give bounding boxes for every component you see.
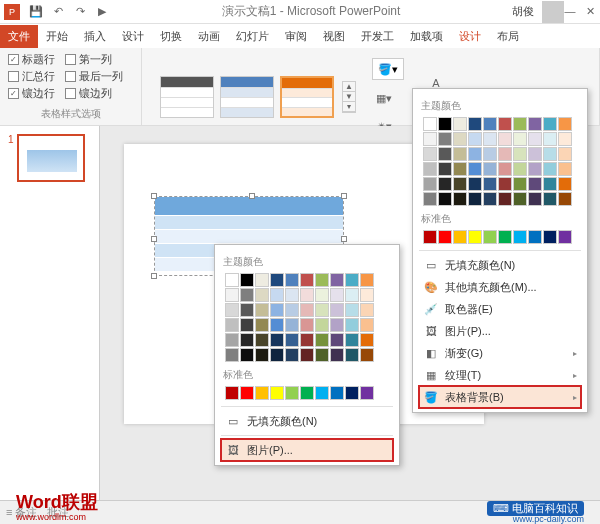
color-swatch[interactable] [498,162,512,176]
color-swatch[interactable] [225,318,239,332]
tab-design[interactable]: 设计 [114,25,152,48]
color-swatch[interactable] [558,117,572,131]
color-swatch[interactable] [453,177,467,191]
table-style-3[interactable] [280,76,334,118]
color-swatch[interactable] [453,132,467,146]
color-swatch[interactable] [360,333,374,347]
tab-slideshow[interactable]: 幻灯片 [228,25,277,48]
color-swatch[interactable] [423,147,437,161]
tab-insert[interactable]: 插入 [76,25,114,48]
color-swatch[interactable] [483,162,497,176]
color-swatch[interactable] [468,177,482,191]
color-swatch[interactable] [300,318,314,332]
color-swatch[interactable] [270,386,284,400]
color-swatch[interactable] [300,386,314,400]
color-swatch[interactable] [543,162,557,176]
color-swatch[interactable] [255,303,269,317]
color-swatch[interactable] [315,318,329,332]
texture-item[interactable]: ▦纹理(T)▸ [419,364,581,386]
color-swatch[interactable] [255,333,269,347]
color-swatch[interactable] [285,273,299,287]
color-swatch[interactable] [483,132,497,146]
color-swatch[interactable] [528,117,542,131]
tab-file[interactable]: 文件 [0,25,38,48]
table-style-1[interactable] [160,76,214,118]
color-swatch[interactable] [315,273,329,287]
color-swatch[interactable] [225,386,239,400]
color-swatch[interactable] [360,303,374,317]
color-swatch[interactable] [270,348,284,362]
color-swatch[interactable] [360,386,374,400]
last-col-checkbox[interactable]: 最后一列 [65,69,123,84]
table-style-2[interactable] [220,76,274,118]
color-swatch[interactable] [423,192,437,206]
color-swatch[interactable] [240,386,254,400]
color-swatch[interactable] [483,230,497,244]
tab-animation[interactable]: 动画 [190,25,228,48]
no-fill-item[interactable]: ▭无填充颜色(N) [419,254,581,276]
color-swatch[interactable] [438,230,452,244]
color-swatch[interactable] [558,132,572,146]
tab-home[interactable]: 开始 [38,25,76,48]
color-swatch[interactable] [330,348,344,362]
color-swatch[interactable] [345,288,359,302]
color-swatch[interactable] [498,230,512,244]
color-swatch[interactable] [543,147,557,161]
color-swatch[interactable] [438,162,452,176]
color-swatch[interactable] [528,162,542,176]
color-swatch[interactable] [513,162,527,176]
color-swatch[interactable] [315,303,329,317]
close-button[interactable]: ✕ [584,5,596,18]
color-swatch[interactable] [423,162,437,176]
color-swatch[interactable] [345,273,359,287]
color-swatch[interactable] [438,147,452,161]
color-swatch[interactable] [528,132,542,146]
total-row-checkbox[interactable]: 汇总行 [8,69,55,84]
color-swatch[interactable] [453,230,467,244]
user-avatar[interactable] [542,1,564,23]
color-swatch[interactable] [315,386,329,400]
color-swatch[interactable] [315,348,329,362]
color-swatch[interactable] [558,192,572,206]
color-swatch[interactable] [330,303,344,317]
color-swatch[interactable] [423,132,437,146]
color-swatch[interactable] [285,333,299,347]
color-swatch[interactable] [285,348,299,362]
picture-item-sub[interactable]: 🖼图片(P)... [221,439,393,461]
color-swatch[interactable] [270,303,284,317]
gradient-item[interactable]: ◧渐变(G)▸ [419,342,581,364]
color-swatch[interactable] [240,273,254,287]
minimize-button[interactable]: — [564,5,576,18]
gallery-more-icon[interactable]: ▾ [343,102,355,112]
color-swatch[interactable] [285,386,299,400]
color-swatch[interactable] [528,177,542,191]
color-swatch[interactable] [360,348,374,362]
no-fill-item-sub[interactable]: ▭无填充颜色(N) [221,410,393,432]
color-swatch[interactable] [513,230,527,244]
color-swatch[interactable] [225,273,239,287]
color-swatch[interactable] [330,318,344,332]
color-swatch[interactable] [483,192,497,206]
header-row-checkbox[interactable]: ✓标题行 [8,52,55,67]
color-swatch[interactable] [270,333,284,347]
color-swatch[interactable] [240,288,254,302]
color-swatch[interactable] [513,177,527,191]
more-colors-item[interactable]: 🎨其他填充颜色(M)... [419,276,581,298]
color-swatch[interactable] [360,288,374,302]
color-swatch[interactable] [285,303,299,317]
tab-table-design[interactable]: 设计 [451,25,489,48]
undo-button[interactable]: ↶ [50,4,66,20]
tab-addin[interactable]: 加载项 [402,25,451,48]
color-swatch[interactable] [438,132,452,146]
color-swatch[interactable] [543,117,557,131]
color-swatch[interactable] [300,288,314,302]
color-swatch[interactable] [315,333,329,347]
color-swatch[interactable] [528,192,542,206]
tab-view[interactable]: 视图 [315,25,353,48]
start-slideshow-button[interactable]: ▶ [94,4,110,20]
color-swatch[interactable] [255,288,269,302]
color-swatch[interactable] [498,192,512,206]
tab-transition[interactable]: 切换 [152,25,190,48]
color-swatch[interactable] [225,348,239,362]
color-swatch[interactable] [315,288,329,302]
